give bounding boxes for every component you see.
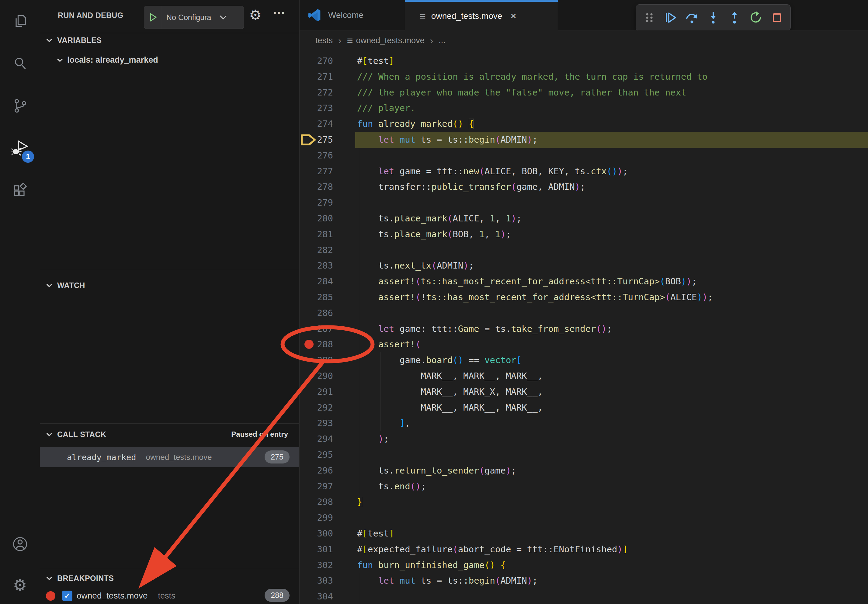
line-number[interactable]: 284 [299,273,333,289]
settings-gear-icon[interactable]: ⚙ [0,570,40,600]
breakpoints-section-header[interactable]: BREAKPOINTS [46,574,114,583]
restart-icon[interactable] [748,10,764,26]
line-number[interactable]: 289 [299,352,333,368]
debug-config-dropdown[interactable]: No Configura [144,6,244,29]
code-line[interactable]: 281 ts.place_mark(BOB, 1, 1); [299,226,868,242]
code-line[interactable]: 271/// When a position is already marked… [299,69,868,85]
start-debug-icon[interactable] [144,6,162,29]
continue-icon[interactable] [663,10,679,26]
line-number[interactable]: 278 [299,179,333,195]
line-number[interactable]: 296 [299,463,333,479]
code-line[interactable]: 277 let game = ttt::new(ALICE, BOB, KEY,… [299,163,868,179]
code-line[interactable]: 275 let mut ts = ts::begin(ADMIN); [299,132,868,147]
code-line[interactable]: 303 let mut ts = ts::begin(ADMIN); [299,573,868,589]
search-icon[interactable] [0,48,40,79]
code-line[interactable]: 289 game.board() == vector[ [299,352,868,368]
code-line[interactable]: 304 [299,589,868,604]
line-number[interactable]: 281 [299,226,333,242]
line-number[interactable]: 299 [299,510,333,525]
code-line[interactable]: 288 assert!( [299,336,868,352]
code-line[interactable]: 295 [299,447,868,463]
code-editor[interactable]: 270#[test]271/// When a position is alre… [299,51,868,604]
code-line[interactable]: 282 [299,242,868,258]
code-line[interactable]: 300#[test] [299,525,868,541]
line-number[interactable]: 302 [299,557,333,573]
explorer-icon[interactable] [0,6,40,36]
code-line[interactable]: 299 [299,510,868,525]
call-stack-frame-row[interactable]: already_marked owned_tests.move [40,447,299,467]
run-and-debug-icon[interactable]: 1 [0,133,40,163]
line-number[interactable]: 294 [299,431,333,447]
code-line[interactable]: 287 let game: ttt::Game = ts.take_from_s… [299,321,868,337]
tab-welcome[interactable]: Welcome [299,0,405,30]
code-line[interactable]: 278 transfer::public_transfer(game, ADMI… [299,179,868,195]
variables-locals-row[interactable]: locals: already_marked [56,55,158,65]
views-more-actions-icon[interactable]: ⋯ [273,5,285,19]
code-line[interactable]: 298} [299,494,868,510]
stop-icon[interactable] [769,10,785,26]
breadcrumb-tests[interactable]: tests [315,36,333,45]
line-number[interactable]: 283 [299,258,333,273]
code-line[interactable]: 293 ], [299,415,868,431]
code-line[interactable]: 279 [299,195,868,211]
code-line[interactable]: 291 MARK__, MARK_X, MARK__, [299,384,868,400]
line-number[interactable]: 285 [299,289,333,305]
step-into-icon[interactable] [705,10,721,26]
code-line[interactable]: 296 ts.return_to_sender(game); [299,463,868,479]
debug-settings-gear-icon[interactable]: ⚙ [249,8,262,22]
line-number[interactable]: 273 [299,100,333,116]
source-control-icon[interactable] [0,91,40,121]
breadcrumb-symbol[interactable]: ... [439,36,446,45]
line-number[interactable]: 286 [299,305,333,321]
close-tab-icon[interactable]: ✕ [510,12,517,21]
line-number[interactable]: 291 [299,384,333,400]
code-line[interactable]: 280 ts.place_mark(ALICE, 1, 1); [299,211,868,226]
code-line[interactable]: 270#[test] [299,53,868,69]
line-number[interactable]: 303 [299,573,333,589]
code-line[interactable]: 302fun burn_unfinished_game() { [299,557,868,573]
variables-section-header[interactable]: VARIABLES [46,36,102,45]
line-number[interactable]: 287 [299,321,333,337]
extensions-icon[interactable] [0,175,40,206]
code-line[interactable]: 301#[expected_failure(abort_code = ttt::… [299,541,868,557]
call-stack-section-header[interactable]: CALL STACK [46,430,106,439]
breakpoint-row[interactable]: ✓ owned_tests.move tests [40,587,299,604]
line-number[interactable]: 300 [299,525,333,541]
line-number[interactable]: 271 [299,69,333,85]
line-number[interactable]: 295 [299,447,333,463]
account-icon[interactable] [0,529,40,559]
code-line[interactable]: 292 MARK__, MARK__, MARK__, [299,400,868,415]
line-number[interactable]: 272 [299,85,333,101]
code-line[interactable]: 276 [299,147,868,163]
line-number[interactable]: 274 [299,116,333,132]
tab-owned-tests[interactable]: ≡ owned_tests.move ✕ [405,0,558,30]
breadcrumb-file[interactable]: owned_tests.move [356,36,425,45]
code-line[interactable]: 297 ts.end(); [299,479,868,494]
line-number[interactable]: 282 [299,242,333,258]
toolbar-drag-grip[interactable] [642,10,657,26]
code-line[interactable]: 290 MARK__, MARK__, MARK__, [299,368,868,384]
line-number[interactable]: 304 [299,589,333,604]
line-number[interactable]: 279 [299,195,333,211]
watch-section-header[interactable]: WATCH [46,281,85,290]
breakpoint-checkbox[interactable]: ✓ [62,591,72,601]
code-line[interactable]: 274fun already_marked() { [299,116,868,132]
line-number[interactable]: 276 [299,147,333,163]
code-line[interactable]: 284 assert!(ts::has_most_recent_for_addr… [299,273,868,289]
line-number[interactable]: 298 [299,494,333,510]
line-number[interactable]: 292 [299,400,333,415]
step-over-icon[interactable] [684,10,700,26]
code-line[interactable]: 285 assert!(!ts::has_most_recent_for_add… [299,289,868,305]
line-number[interactable]: 280 [299,211,333,226]
code-line[interactable]: 273/// player. [299,100,868,116]
line-number[interactable]: 277 [299,163,333,179]
line-number[interactable]: 297 [299,479,333,494]
line-number[interactable]: 301 [299,541,333,557]
line-number[interactable]: 293 [299,415,333,431]
step-out-icon[interactable] [727,10,742,26]
code-line[interactable]: 272/// the player who made the "false" m… [299,85,868,101]
line-number[interactable]: 290 [299,368,333,384]
code-line[interactable]: 283 ts.next_tx(ADMIN); [299,258,868,273]
code-line[interactable]: 286 [299,305,868,321]
code-line[interactable]: 294 ); [299,431,868,447]
